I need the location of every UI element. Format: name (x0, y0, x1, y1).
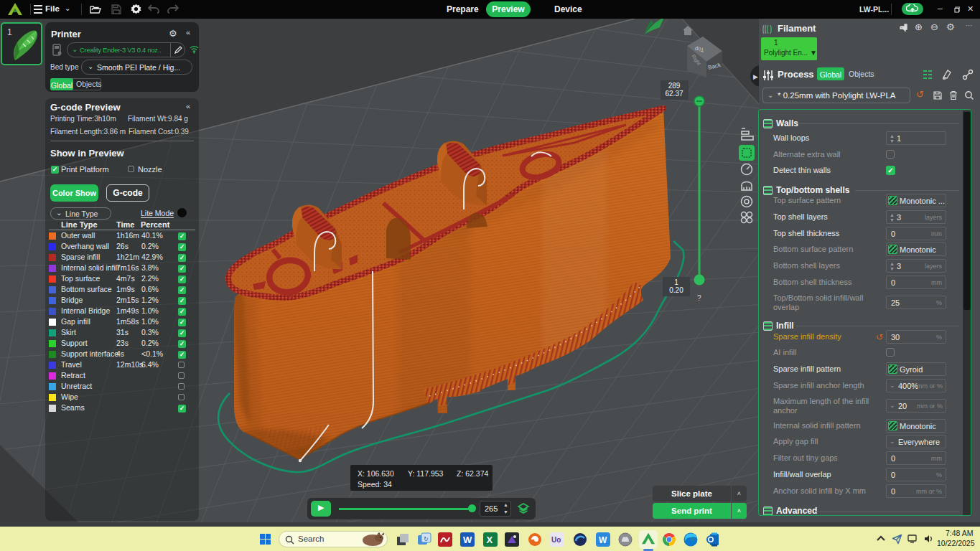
svg-text:Uо: Uо (551, 536, 561, 544)
svg-text:W: W (599, 535, 607, 545)
svg-text:?: ? (697, 294, 701, 302)
svg-text:↻: ↻ (424, 536, 429, 542)
svg-text:289: 289 (668, 82, 681, 90)
svg-text:X: X (487, 534, 493, 545)
svg-text:0.20: 0.20 (669, 286, 683, 294)
svg-text:Top: Top (694, 46, 704, 53)
svg-text:▶: ▶ (753, 73, 758, 80)
svg-text:62.37: 62.37 (665, 90, 683, 98)
svg-text:W: W (463, 534, 472, 545)
svg-text:1: 1 (674, 278, 678, 286)
